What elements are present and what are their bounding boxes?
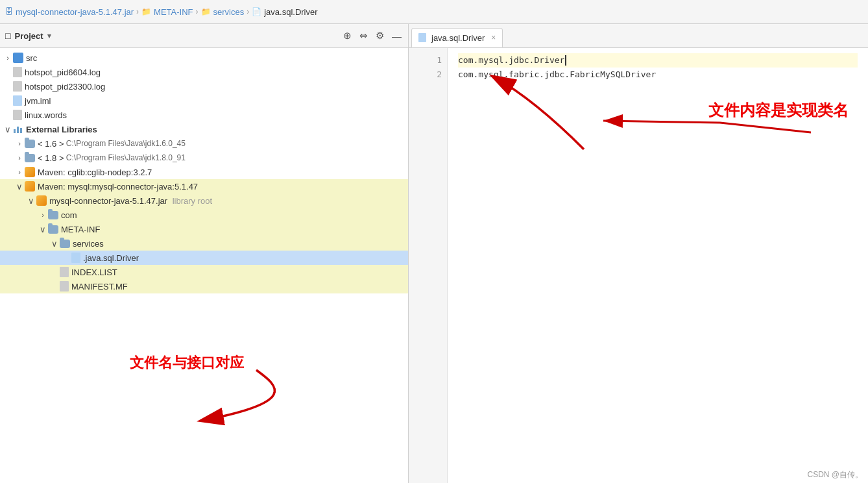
jdk18-label: < 1.8 > <box>38 153 64 163</box>
src-label: src <box>26 53 37 63</box>
jar-icon-mysql-jar <box>36 195 47 206</box>
jvm-label: jvm.iml <box>25 96 51 106</box>
tab-label: java.sql.Driver <box>431 33 485 43</box>
panel-header: □ Project ▾ ⊕ ⇔ ⚙ — <box>0 24 408 48</box>
tree-item-manifest[interactable]: MANIFEST.MF <box>0 279 408 293</box>
hotspot1-label: hotspot_pid6604.log <box>25 68 101 77</box>
right-panel: java.sql.Driver × 1 2 com.mysql.jdbc.Dri… <box>409 24 868 483</box>
mysql-jar-label: mysql-connector-java-5.1.47.jar <box>49 196 167 206</box>
cglib-label: Maven: cglib:cglib-nodep:3.2.7 <box>38 167 152 177</box>
src-icon <box>13 53 23 63</box>
editor-lines[interactable]: com.mysql.jdbc.Driver com.mysql.fabric.j… <box>448 48 868 483</box>
panel-title-icon: □ <box>5 31 10 41</box>
editor-content[interactable]: 1 2 com.mysql.jdbc.Driver com.mysql.fabr… <box>409 48 868 483</box>
panel-actions: ⊕ ⇔ ⚙ — <box>342 29 403 43</box>
folder-icon-services <box>60 240 70 248</box>
tree-item-linux[interactable]: linux.words <box>0 108 408 122</box>
tab-close-btn[interactable]: × <box>491 33 496 42</box>
file-icon-driver <box>71 253 80 263</box>
jar-icon-cglib <box>25 167 35 177</box>
breadcrumb-item-driver[interactable]: 📄 java.sql.Driver <box>252 7 317 17</box>
tree-item-metainf[interactable]: ∨ META-INF <box>0 222 408 236</box>
folder-icon-jdk18 <box>25 154 35 162</box>
add-icon[interactable]: ⊕ <box>342 29 353 43</box>
panel-dropdown-arrow[interactable]: ▾ <box>47 32 51 40</box>
arrow-com: › <box>38 211 48 219</box>
services-label: services <box>73 239 104 249</box>
folder-icon-com <box>48 211 58 219</box>
tree-item-src[interactable]: › src <box>0 51 408 65</box>
driver-label: .java.sql.Driver <box>83 253 139 263</box>
tab-bar: java.sql.Driver × <box>409 24 868 48</box>
arrow-src: › <box>3 54 13 62</box>
tree-item-hotspot1[interactable]: hotspot_pid6604.log <box>0 65 408 79</box>
tree-item-com[interactable]: › com <box>0 208 408 222</box>
com-label: com <box>61 210 77 220</box>
jdk18-path: C:\Program Files\Java\jdk1.8.0_91 <box>64 153 185 162</box>
breadcrumb-bar: 🗄 mysql-connector-java-5.1.47.jar › 📁 ME… <box>0 0 868 24</box>
project-panel-title[interactable]: □ Project ▾ <box>5 31 51 41</box>
jdk16-path: C:\Program Files\Java\jdk1.6.0_45 <box>64 139 185 148</box>
tree-item-cglib[interactable]: › Maven: cglib:cglib-nodep:3.2.7 <box>0 165 408 179</box>
file-icon-linux <box>13 110 22 120</box>
tree-item-java-sql-driver[interactable]: .java.sql.Driver <box>0 251 408 265</box>
breadcrumb-item-services[interactable]: 📁 services <box>201 7 245 17</box>
arrow-metainf: ∨ <box>38 225 48 234</box>
watermark: CSDN @自传。 <box>807 469 863 480</box>
left-panel: □ Project ▾ ⊕ ⇔ ⚙ — › src hotspo <box>0 24 409 483</box>
tree-item-jdk18[interactable]: › < 1.8 > C:\Program Files\Java\jdk1.8.0… <box>0 151 408 165</box>
code-content-2: com.mysql.fabric.jdbc.FabricMySQLDriver <box>458 68 656 82</box>
arrow-ext-libs: ∨ <box>3 125 13 134</box>
folder-icon-metainf <box>48 225 58 234</box>
breadcrumb-sep-3: › <box>247 7 249 16</box>
tree-item-ext-libs[interactable]: ∨ External Libraries <box>0 122 408 136</box>
tree-item-mysql-maven[interactable]: ∨ Maven: mysql:mysql-connector-java:5.1.… <box>0 179 408 193</box>
tree-item-mysql-jar[interactable]: ∨ mysql-connector-java-5.1.47.jar librar… <box>0 193 408 208</box>
settings-icon[interactable]: ⚙ <box>374 29 385 43</box>
file-icon-bc: 📄 <box>252 7 261 16</box>
hotspot2-label: hotspot_pid23300.log <box>25 82 105 92</box>
jar-icon-mysql-maven <box>25 181 35 192</box>
folder-icon-jdk16 <box>25 140 35 148</box>
file-icon-hotspot2 <box>13 81 22 92</box>
breadcrumb-item-jar[interactable]: 🗄 mysql-connector-java-5.1.47.jar <box>5 7 134 17</box>
breadcrumb-item-metainf[interactable]: 📁 META-INF <box>141 7 193 17</box>
mysql-maven-label: Maven: mysql:mysql-connector-java:5.1.47 <box>38 182 198 192</box>
ext-libs-label: External Libraries <box>26 125 97 134</box>
tree-item-index-list[interactable]: INDEX.LIST <box>0 265 408 279</box>
tab-java-sql-driver[interactable]: java.sql.Driver × <box>411 28 503 47</box>
tree-item-jvm[interactable]: jvm.iml <box>0 93 408 108</box>
line-numbers: 1 2 <box>409 48 448 483</box>
file-icon-index <box>60 267 69 277</box>
file-icon-hotspot1 <box>13 67 22 77</box>
code-line-1: com.mysql.jdbc.Driver <box>458 53 858 68</box>
arrow-services: ∨ <box>49 239 60 249</box>
code-content-1: com.mysql.jdbc.Driver <box>458 53 564 68</box>
project-tree: › src hotspot_pid6604.log hotspot_pid233… <box>0 48 408 483</box>
tree-item-jdk16[interactable]: › < 1.6 > C:\Program Files\Java\jdk1.6.0… <box>0 136 408 151</box>
index-label: INDEX.LIST <box>71 267 117 277</box>
minimize-icon[interactable]: — <box>391 29 403 43</box>
jdk16-label: < 1.6 > <box>38 139 64 149</box>
arrow-mysql-maven: ∨ <box>14 182 25 192</box>
sync-icon[interactable]: ⇔ <box>358 29 369 43</box>
arrow-cglib: › <box>14 168 25 176</box>
file-icon-manifest <box>60 281 69 291</box>
linux-label: linux.words <box>25 110 67 120</box>
libs-icon <box>13 124 23 134</box>
mysql-jar-root-label: library root <box>170 196 212 206</box>
arrow-mysql-jar: ∨ <box>26 196 36 206</box>
main-layout: □ Project ▾ ⊕ ⇔ ⚙ — › src hotspo <box>0 24 868 483</box>
metainf-label: META-INF <box>61 225 100 234</box>
arrow-jdk18: › <box>14 154 25 162</box>
folder-icon-2: 📁 <box>201 7 211 16</box>
breadcrumb-sep-1: › <box>136 7 139 16</box>
file-icon-jvm <box>13 95 22 106</box>
tree-item-hotspot2[interactable]: hotspot_pid23300.log <box>0 79 408 93</box>
breadcrumb-sep-2: › <box>196 7 199 16</box>
tree-item-services[interactable]: ∨ services <box>0 236 408 251</box>
code-line-2: com.mysql.fabric.jdbc.FabricMySQLDriver <box>458 68 858 82</box>
tab-file-icon <box>418 33 426 42</box>
text-cursor <box>565 55 566 66</box>
jar-icon: 🗄 <box>5 7 13 16</box>
